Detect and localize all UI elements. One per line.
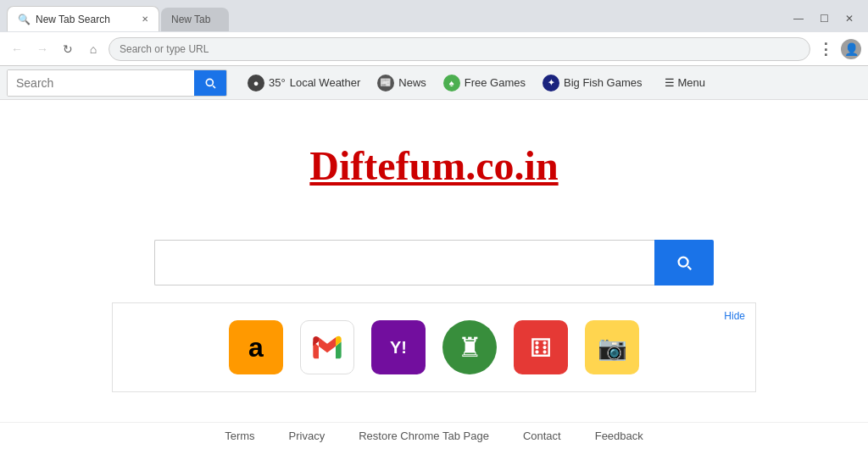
quick-link-gmail[interactable]: [300, 320, 354, 374]
weather-temp: 35°: [269, 76, 286, 89]
more-options-button[interactable]: ⋮: [815, 39, 836, 59]
profile-icon[interactable]: 👤: [841, 39, 861, 59]
tab-close-button[interactable]: ✕: [142, 14, 148, 24]
weather-label: Local Weather: [290, 76, 361, 89]
amazon-icon: a: [248, 332, 264, 363]
footer-feedback[interactable]: Feedback: [595, 430, 643, 442]
inactive-tab[interactable]: New Tab: [161, 8, 229, 31]
bigfish-icon: ✦: [542, 75, 559, 91]
url-input[interactable]: [108, 37, 810, 61]
footer-contact[interactable]: Contact: [523, 430, 561, 442]
quick-link-photos[interactable]: 📷: [585, 320, 639, 374]
tab-title: New Tab Search: [36, 14, 110, 25]
footer-privacy[interactable]: Privacy: [289, 430, 326, 442]
tabs-area: 🔍 New Tab Search ✕ New Tab: [7, 6, 787, 31]
footer: Terms Privacy Restore Chrome Tab Page Co…: [0, 422, 868, 449]
close-button[interactable]: ✕: [837, 9, 861, 28]
yahoo-icon: Y!: [390, 338, 407, 358]
menu-button[interactable]: ☰ Menu: [656, 73, 715, 92]
quick-access-panel: Hide a Y! ♜: [112, 302, 756, 392]
minimize-button[interactable]: —: [787, 9, 810, 28]
toolbar-search-box: [7, 69, 227, 97]
home-button[interactable]: ⌂: [83, 39, 103, 59]
quick-icons-row: a Y! ♜ ⚅: [130, 320, 738, 374]
forward-button[interactable]: →: [32, 39, 53, 59]
footer-restore[interactable]: Restore Chrome Tab Page: [359, 430, 489, 442]
search-icon: [203, 76, 217, 90]
toolbar: ● 35° Local Weather 📰 News ♠ Free Games …: [0, 66, 868, 100]
main-search-icon: [675, 253, 693, 272]
footer-terms[interactable]: Terms: [225, 430, 254, 442]
free-games-label: Free Games: [465, 76, 526, 89]
title-bar: 🔍 New Tab Search ✕ New Tab — ☐ ✕: [0, 0, 868, 32]
photos-icon: 📷: [598, 334, 627, 362]
big-fish-toolbar-item[interactable]: ✦ Big Fish Games: [536, 71, 648, 95]
weather-icon: ●: [248, 75, 264, 91]
games-icon: ♠: [443, 75, 460, 91]
main-search-button[interactable]: [654, 240, 714, 285]
dice-icon: ⚅: [530, 333, 552, 363]
quick-link-amazon[interactable]: a: [229, 320, 283, 374]
main-search-input[interactable]: [154, 240, 654, 285]
menu-icon: ☰: [665, 76, 675, 89]
back-button[interactable]: ←: [7, 39, 27, 59]
news-toolbar-item[interactable]: 📰 News: [370, 71, 433, 95]
toolbar-links: ● 35° Local Weather 📰 News ♠ Free Games …: [241, 71, 714, 95]
weather-toolbar-item[interactable]: ● 35° Local Weather: [241, 71, 367, 95]
active-tab[interactable]: 🔍 New Tab Search ✕: [7, 6, 159, 31]
quick-link-chess[interactable]: ♜: [442, 320, 497, 374]
address-bar: ← → ↻ ⌂ ⋮ 👤: [0, 32, 868, 66]
quick-link-dice[interactable]: ⚅: [514, 320, 568, 374]
chess-icon: ♜: [458, 331, 482, 363]
hide-link[interactable]: Hide: [724, 310, 745, 322]
window-controls: — ☐ ✕: [787, 9, 861, 28]
browser-chrome: 🔍 New Tab Search ✕ New Tab — ☐ ✕ ← → ↻ ⌂…: [0, 0, 868, 100]
gmail-icon: [310, 330, 344, 364]
big-fish-label: Big Fish Games: [564, 76, 642, 89]
news-icon: 📰: [377, 75, 394, 91]
site-title: Diftefum.co.in: [309, 142, 558, 189]
quick-link-yahoo[interactable]: Y!: [371, 320, 426, 374]
tab-favicon: 🔍: [18, 14, 31, 25]
inactive-tab-label: New Tab: [171, 14, 210, 25]
reload-button[interactable]: ↻: [58, 39, 78, 59]
maximize-button[interactable]: ☐: [812, 9, 836, 28]
toolbar-search-input[interactable]: [8, 70, 194, 96]
toolbar-search-button[interactable]: [194, 70, 226, 96]
menu-label: Menu: [678, 76, 706, 89]
page-content: Diftefum.co.in Hide a: [0, 100, 868, 449]
main-search-box: [154, 240, 714, 285]
free-games-toolbar-item[interactable]: ♠ Free Games: [437, 71, 532, 95]
news-label: News: [398, 76, 426, 89]
